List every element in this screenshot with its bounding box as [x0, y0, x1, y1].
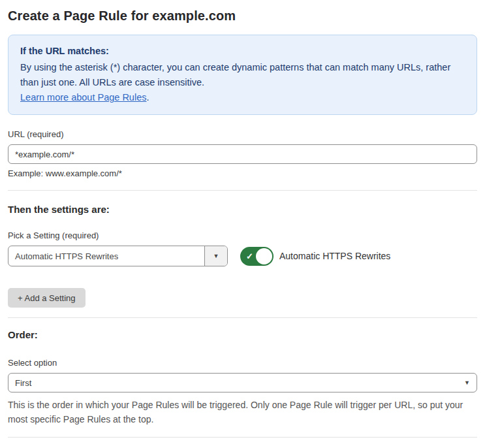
section-divider: [8, 190, 477, 191]
url-input[interactable]: [8, 144, 477, 164]
setting-toggle-label: Automatic HTTPS Rewrites: [279, 251, 390, 261]
url-field-label: URL (required): [8, 129, 477, 139]
settings-section-heading: Then the settings are:: [8, 204, 477, 215]
section-divider: [8, 317, 477, 318]
check-icon: ✓: [246, 251, 253, 261]
setting-picker-label: Pick a Setting (required): [8, 231, 477, 240]
learn-more-link[interactable]: Learn more about Page Rules: [20, 92, 146, 103]
url-match-info-box: If the URL matches: By using the asteris…: [8, 35, 477, 115]
link-suffix: .: [146, 92, 149, 103]
setting-row: Automatic HTTPS Rewrites ▼ ✓ Automatic H…: [8, 246, 477, 266]
setting-toggle[interactable]: ✓: [240, 247, 274, 266]
order-select[interactable]: First ▼: [8, 373, 477, 392]
toggle-knob: [256, 248, 272, 264]
page-title: Create a Page Rule for example.com: [8, 8, 477, 24]
setting-picker-value: Automatic HTTPS Rewrites: [8, 246, 204, 266]
dropdown-arrow-button[interactable]: ▼: [204, 246, 227, 266]
url-field-hint: Example: www.example.com/*: [8, 168, 477, 178]
add-setting-button[interactable]: + Add a Setting: [8, 288, 86, 308]
order-section-heading: Order:: [8, 329, 477, 340]
setting-picker-dropdown[interactable]: Automatic HTTPS Rewrites ▼: [8, 246, 228, 266]
chevron-down-icon: ▼: [464, 379, 470, 386]
order-select-value: First: [15, 378, 31, 388]
info-box-body: By using the asterisk (*) character, you…: [20, 60, 465, 90]
order-hint-text: This is the order in which your Page Rul…: [8, 398, 477, 426]
info-box-link-line: Learn more about Page Rules.: [20, 90, 465, 105]
order-select-label: Select option: [8, 358, 477, 368]
footer-divider: [8, 437, 477, 438]
chevron-down-icon: ▼: [213, 253, 219, 259]
page-rule-form: Create a Page Rule for example.com If th…: [0, 0, 485, 448]
info-box-heading: If the URL matches:: [20, 44, 465, 59]
